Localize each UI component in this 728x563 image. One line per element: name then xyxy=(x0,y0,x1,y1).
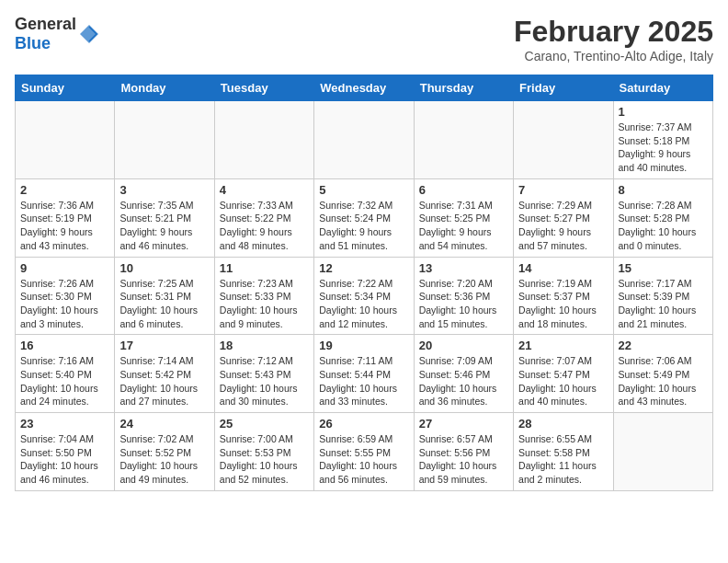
day-number: 22 xyxy=(619,339,708,352)
day-number: 21 xyxy=(518,339,608,352)
calendar-cell xyxy=(514,101,613,179)
day-info: Sunrise: 7:23 AMSunset: 5:33 PMDaylight:… xyxy=(220,277,309,331)
calendar-title: February 2025 xyxy=(514,15,713,49)
day-info: Sunrise: 7:25 AMSunset: 5:31 PMDaylight:… xyxy=(119,277,209,331)
day-number: 1 xyxy=(619,105,708,119)
calendar-cell: 11Sunrise: 7:23 AMSunset: 5:33 PMDayligh… xyxy=(214,257,313,335)
calendar-cell: 16Sunrise: 7:16 AMSunset: 5:40 PMDayligh… xyxy=(16,335,115,413)
day-number: 20 xyxy=(419,339,508,352)
calendar-cell: 27Sunrise: 6:57 AMSunset: 5:56 PMDayligh… xyxy=(414,413,513,491)
day-number: 16 xyxy=(20,339,109,352)
calendar-cell: 18Sunrise: 7:12 AMSunset: 5:43 PMDayligh… xyxy=(214,335,313,413)
calendar-cell xyxy=(115,101,214,179)
day-info: Sunrise: 7:17 AMSunset: 5:39 PMDaylight:… xyxy=(619,277,708,331)
calendar-cell: 26Sunrise: 6:59 AMSunset: 5:55 PMDayligh… xyxy=(314,413,414,491)
day-number: 5 xyxy=(319,183,408,197)
day-info: Sunrise: 7:04 AMSunset: 5:50 PMDaylight:… xyxy=(20,432,109,487)
day-number: 2 xyxy=(20,183,109,197)
day-info: Sunrise: 7:12 AMSunset: 5:43 PMDaylight:… xyxy=(220,354,309,408)
day-number: 26 xyxy=(319,417,408,431)
calendar-cell: 5Sunrise: 7:32 AMSunset: 5:24 PMDaylight… xyxy=(314,178,414,257)
day-number: 10 xyxy=(119,261,209,275)
day-info: Sunrise: 7:19 AMSunset: 5:37 PMDaylight:… xyxy=(518,277,608,331)
calendar-cell: 15Sunrise: 7:17 AMSunset: 5:39 PMDayligh… xyxy=(613,257,712,335)
logo-blue: Blue xyxy=(15,34,51,52)
weekday-header-saturday: Saturday xyxy=(613,75,712,101)
day-info: Sunrise: 7:33 AMSunset: 5:22 PMDaylight:… xyxy=(220,199,309,253)
calendar-cell: 7Sunrise: 7:29 AMSunset: 5:27 PMDaylight… xyxy=(514,178,613,257)
calendar-cell: 19Sunrise: 7:11 AMSunset: 5:44 PMDayligh… xyxy=(314,335,414,413)
weekday-header-row: SundayMondayTuesdayWednesdayThursdayFrid… xyxy=(16,75,713,101)
day-info: Sunrise: 7:31 AMSunset: 5:25 PMDaylight:… xyxy=(419,199,508,253)
calendar-cell: 3Sunrise: 7:35 AMSunset: 5:21 PMDaylight… xyxy=(115,178,214,257)
calendar-cell: 6Sunrise: 7:31 AMSunset: 5:25 PMDaylight… xyxy=(414,178,513,257)
calendar-cell: 12Sunrise: 7:22 AMSunset: 5:34 PMDayligh… xyxy=(314,257,414,335)
day-number: 19 xyxy=(319,339,408,352)
day-number: 11 xyxy=(220,261,309,275)
day-number: 9 xyxy=(20,261,109,275)
title-area: February 2025 Carano, Trentino-Alto Adig… xyxy=(514,15,713,63)
logo-icon xyxy=(78,23,100,45)
weekday-header-wednesday: Wednesday xyxy=(314,75,414,101)
calendar-cell: 13Sunrise: 7:20 AMSunset: 5:36 PMDayligh… xyxy=(414,257,513,335)
day-number: 14 xyxy=(518,261,608,275)
day-info: Sunrise: 7:11 AMSunset: 5:44 PMDaylight:… xyxy=(319,354,408,408)
day-number: 27 xyxy=(419,417,508,431)
weekday-header-tuesday: Tuesday xyxy=(214,75,313,101)
day-info: Sunrise: 7:09 AMSunset: 5:46 PMDaylight:… xyxy=(419,354,508,408)
calendar-cell: 22Sunrise: 7:06 AMSunset: 5:49 PMDayligh… xyxy=(613,335,712,413)
calendar-cell: 20Sunrise: 7:09 AMSunset: 5:46 PMDayligh… xyxy=(414,335,513,413)
calendar-cell: 17Sunrise: 7:14 AMSunset: 5:42 PMDayligh… xyxy=(115,335,214,413)
calendar-cell: 10Sunrise: 7:25 AMSunset: 5:31 PMDayligh… xyxy=(115,257,214,335)
day-info: Sunrise: 7:35 AMSunset: 5:21 PMDaylight:… xyxy=(119,199,209,253)
weekday-header-friday: Friday xyxy=(514,75,613,101)
day-number: 25 xyxy=(220,417,309,431)
calendar-subtitle: Carano, Trentino-Alto Adige, Italy xyxy=(514,49,713,63)
day-info: Sunrise: 7:26 AMSunset: 5:30 PMDaylight:… xyxy=(20,277,109,331)
weekday-header-monday: Monday xyxy=(115,75,214,101)
calendar-week-row-2: 9Sunrise: 7:26 AMSunset: 5:30 PMDaylight… xyxy=(16,257,713,335)
day-number: 4 xyxy=(220,183,309,197)
calendar-week-row-1: 2Sunrise: 7:36 AMSunset: 5:19 PMDaylight… xyxy=(16,178,713,257)
calendar-week-row-4: 23Sunrise: 7:04 AMSunset: 5:50 PMDayligh… xyxy=(16,413,713,491)
logo: General Blue xyxy=(15,15,100,53)
day-info: Sunrise: 7:32 AMSunset: 5:24 PMDaylight:… xyxy=(319,199,408,253)
day-info: Sunrise: 7:02 AMSunset: 5:52 PMDaylight:… xyxy=(119,432,209,487)
calendar-cell: 23Sunrise: 7:04 AMSunset: 5:50 PMDayligh… xyxy=(16,413,115,491)
day-info: Sunrise: 6:57 AMSunset: 5:56 PMDaylight:… xyxy=(419,432,508,487)
day-number: 15 xyxy=(619,261,708,275)
day-number: 7 xyxy=(518,183,608,197)
day-number: 13 xyxy=(419,261,508,275)
day-info: Sunrise: 6:59 AMSunset: 5:55 PMDaylight:… xyxy=(319,432,408,487)
day-number: 24 xyxy=(119,417,209,431)
day-info: Sunrise: 7:37 AMSunset: 5:18 PMDaylight:… xyxy=(619,121,708,175)
day-info: Sunrise: 7:36 AMSunset: 5:19 PMDaylight:… xyxy=(20,199,109,253)
day-info: Sunrise: 7:14 AMSunset: 5:42 PMDaylight:… xyxy=(119,354,209,408)
day-info: Sunrise: 7:00 AMSunset: 5:53 PMDaylight:… xyxy=(220,432,309,487)
weekday-header-thursday: Thursday xyxy=(414,75,513,101)
calendar-cell: 14Sunrise: 7:19 AMSunset: 5:37 PMDayligh… xyxy=(514,257,613,335)
calendar-week-row-0: 1Sunrise: 7:37 AMSunset: 5:18 PMDaylight… xyxy=(16,101,713,179)
calendar-cell: 24Sunrise: 7:02 AMSunset: 5:52 PMDayligh… xyxy=(115,413,214,491)
day-info: Sunrise: 7:22 AMSunset: 5:34 PMDaylight:… xyxy=(319,277,408,331)
calendar-body: 1Sunrise: 7:37 AMSunset: 5:18 PMDaylight… xyxy=(16,101,713,491)
day-number: 12 xyxy=(319,261,408,275)
day-number: 17 xyxy=(119,339,209,352)
logo-general: General xyxy=(15,15,76,33)
day-number: 8 xyxy=(619,183,708,197)
day-info: Sunrise: 7:29 AMSunset: 5:27 PMDaylight:… xyxy=(518,199,608,253)
calendar-cell: 28Sunrise: 6:55 AMSunset: 5:58 PMDayligh… xyxy=(514,413,613,491)
day-info: Sunrise: 6:55 AMSunset: 5:58 PMDaylight:… xyxy=(518,432,608,487)
day-info: Sunrise: 7:07 AMSunset: 5:47 PMDaylight:… xyxy=(518,354,608,408)
weekday-header-sunday: Sunday xyxy=(16,75,115,101)
header: General Blue February 2025 Carano, Trent… xyxy=(15,15,713,63)
calendar-cell: 8Sunrise: 7:28 AMSunset: 5:28 PMDaylight… xyxy=(613,178,712,257)
calendar-cell: 21Sunrise: 7:07 AMSunset: 5:47 PMDayligh… xyxy=(514,335,613,413)
calendar-cell: 2Sunrise: 7:36 AMSunset: 5:19 PMDaylight… xyxy=(16,178,115,257)
calendar-cell: 25Sunrise: 7:00 AMSunset: 5:53 PMDayligh… xyxy=(214,413,313,491)
calendar-header: SundayMondayTuesdayWednesdayThursdayFrid… xyxy=(16,75,713,101)
day-number: 3 xyxy=(119,183,209,197)
day-info: Sunrise: 7:16 AMSunset: 5:40 PMDaylight:… xyxy=(20,354,109,408)
calendar-cell: 4Sunrise: 7:33 AMSunset: 5:22 PMDaylight… xyxy=(214,178,313,257)
calendar-table: SundayMondayTuesdayWednesdayThursdayFrid… xyxy=(15,75,713,491)
